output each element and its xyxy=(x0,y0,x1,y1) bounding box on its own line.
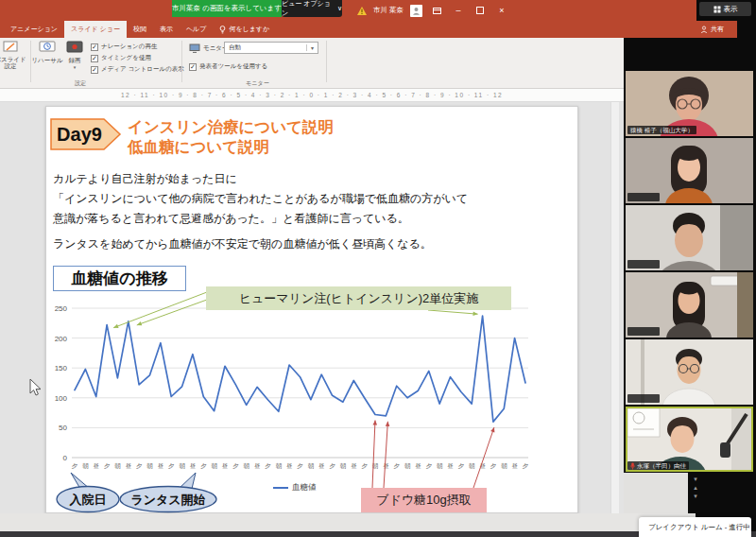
legend-line-icon xyxy=(273,487,288,490)
hide-slide-setup-button[interactable]: 示スライド設定 xyxy=(0,41,26,69)
svg-text:朝: 朝 xyxy=(114,462,120,470)
checkbox-play-narrations[interactable]: ✓ ナレーションの再生 xyxy=(91,43,157,51)
close-button[interactable]: × xyxy=(494,0,509,21)
svg-text:昼: 昼 xyxy=(94,462,100,469)
checkbox-show-media-controls[interactable]: ✓ メディア コントロールの表示 xyxy=(91,65,184,74)
dropdown-arrow-icon: ▾ xyxy=(74,64,77,70)
svg-text:昼: 昼 xyxy=(447,462,454,469)
participant-name-tag xyxy=(627,394,660,403)
gallery-scroll-icons[interactable]: ▾▴▾ xyxy=(686,475,705,505)
tab-slideshow[interactable]: スライド ショー xyxy=(64,21,127,38)
participant-video[interactable] xyxy=(626,205,753,270)
svg-text:200: 200 xyxy=(55,335,68,343)
svg-text:150: 150 xyxy=(55,364,68,372)
svg-text:夕: 夕 xyxy=(329,462,335,469)
zoom-view-button[interactable]: 表示 xyxy=(699,2,751,16)
svg-text:昼: 昼 xyxy=(126,462,132,469)
svg-text:朝: 朝 xyxy=(146,462,152,470)
svg-text:ランタス開始: ランタス開始 xyxy=(130,493,205,507)
powerpoint-statusbar xyxy=(0,513,696,531)
svg-text:夕: 夕 xyxy=(232,462,238,469)
participant-name-tag: 猿橋 裕子（福山大学） xyxy=(627,126,696,134)
svg-text:昼: 昼 xyxy=(158,462,164,469)
minimize-button[interactable]: – xyxy=(451,0,466,21)
panel-background xyxy=(624,473,688,513)
participant-video[interactable] xyxy=(626,272,753,338)
svg-text:朝: 朝 xyxy=(501,462,507,470)
svg-text:昼: 昼 xyxy=(511,462,518,469)
svg-text:夕: 夕 xyxy=(490,462,496,469)
svg-text:朝: 朝 xyxy=(244,462,249,470)
tab-view[interactable]: 表示 xyxy=(153,21,180,38)
svg-text:50: 50 xyxy=(59,424,67,432)
svg-text:朝: 朝 xyxy=(179,462,184,470)
view-options-button[interactable]: ビュー オプション∨ xyxy=(282,0,342,17)
tab-review[interactable]: 校閲 xyxy=(127,21,153,38)
tell-me-box[interactable]: 何をしますか xyxy=(213,21,276,38)
svg-text:昼: 昼 xyxy=(318,462,325,469)
account-name: 市川 茱奈 xyxy=(373,6,404,15)
svg-text:0: 0 xyxy=(63,454,68,462)
day-badge: Day9 xyxy=(50,118,122,150)
divider xyxy=(326,41,327,82)
svg-text:夕: 夕 xyxy=(200,462,206,469)
participant-name-tag xyxy=(627,327,660,336)
group-label-setup: 設定 xyxy=(19,79,142,88)
screen-share-banner: 市川茱奈 の画面を表示しています xyxy=(172,0,282,17)
svg-text:朝: 朝 xyxy=(211,462,216,470)
participant-video-active-speaker[interactable]: 永塚（半田）由佳 xyxy=(626,407,753,472)
monitor-dropdown[interactable]: 自動 ▾ xyxy=(224,42,318,54)
participants-video-panel: 猿橋 裕子（福山大学） xyxy=(624,0,756,537)
zoom-shared-screen: 猿橋 裕子（福山大学） xyxy=(0,0,756,537)
record-button[interactable]: 録画▾ xyxy=(60,41,89,71)
chevron-down-icon: ∨ xyxy=(337,5,342,12)
ribbon-display-options-button[interactable] xyxy=(429,0,444,21)
red-mic-icon xyxy=(630,462,635,470)
monitor-icon xyxy=(189,43,200,53)
ribbon-display-icon xyxy=(433,7,441,15)
slide-title-line2: 低血糖について説明 xyxy=(128,137,572,157)
checkbox-use-timings[interactable]: ✓ タイミングを使用 xyxy=(91,54,151,62)
tab-help[interactable]: ヘルプ xyxy=(180,21,214,38)
person-icon xyxy=(412,7,421,15)
body-text: 「インスリンについて他の病院で言われたことがあるが職場で低血糖の方がいて xyxy=(53,191,575,207)
breakout-room-banner[interactable]: ブレイクアウト ルーム - 進行中 xyxy=(639,517,751,537)
account-avatar[interactable] xyxy=(410,5,422,17)
dropdown-arrow-icon: ▾ xyxy=(306,44,318,51)
svg-text:昼: 昼 xyxy=(254,462,261,469)
horizontal-ruler: 12 · 11 · 10 · 9 · 8 · 7 · 6 · 5 · 4 · 3… xyxy=(0,89,624,102)
svg-text:夕: 夕 xyxy=(458,462,464,469)
svg-text:朝: 朝 xyxy=(308,462,314,470)
svg-text:朝: 朝 xyxy=(276,462,282,470)
svg-text:昼: 昼 xyxy=(351,462,357,469)
group-label-monitor: モニター xyxy=(194,79,321,88)
grid-view-icon xyxy=(713,6,721,13)
share-person-icon xyxy=(700,26,708,33)
rehearse-button[interactable]: リハーサル xyxy=(31,41,63,63)
vertical-scrollbar[interactable] xyxy=(610,102,619,513)
warning-icon xyxy=(357,7,367,15)
record-screen-icon xyxy=(66,41,83,55)
humalin-annotation: ヒューマリン注(ヒトインスリン)2単位実施 xyxy=(206,286,511,310)
checkbox-use-presenter-view[interactable]: ✓ 発表者ツールを使用する xyxy=(189,62,267,71)
share-button[interactable]: 共有 xyxy=(700,23,724,36)
ribbon-tab-row: アニメーション スライド ショー 校閲 表示 ヘルプ 何をしますか xyxy=(0,21,737,38)
participant-video[interactable] xyxy=(626,339,753,405)
svg-text:朝: 朝 xyxy=(82,462,88,470)
participant-video[interactable]: 猿橋 裕子（福山大学） xyxy=(626,71,753,136)
participant-video[interactable] xyxy=(626,138,753,203)
glucose-line-chart: 050100150200250夕朝昼夕朝昼夕朝昼夕朝昼夕朝昼夕朝昼夕朝昼夕朝昼夕… xyxy=(46,107,579,514)
setup-slide-icon xyxy=(3,41,18,54)
slide-title-line1: インスリン治療について説明 xyxy=(128,117,572,137)
tab-animation[interactable]: アニメーション xyxy=(4,21,64,38)
restore-button[interactable] xyxy=(472,0,488,21)
svg-text:100: 100 xyxy=(55,394,68,403)
svg-text:昼: 昼 xyxy=(190,462,197,469)
divider xyxy=(181,41,182,82)
svg-text:入院日: 入院日 xyxy=(69,493,107,507)
checkbox-icon: ✓ xyxy=(91,43,98,51)
mouse-cursor xyxy=(28,378,42,397)
svg-text:昼: 昼 xyxy=(415,462,421,469)
participant-name-tag xyxy=(627,260,660,268)
svg-text:夕: 夕 xyxy=(426,462,432,469)
